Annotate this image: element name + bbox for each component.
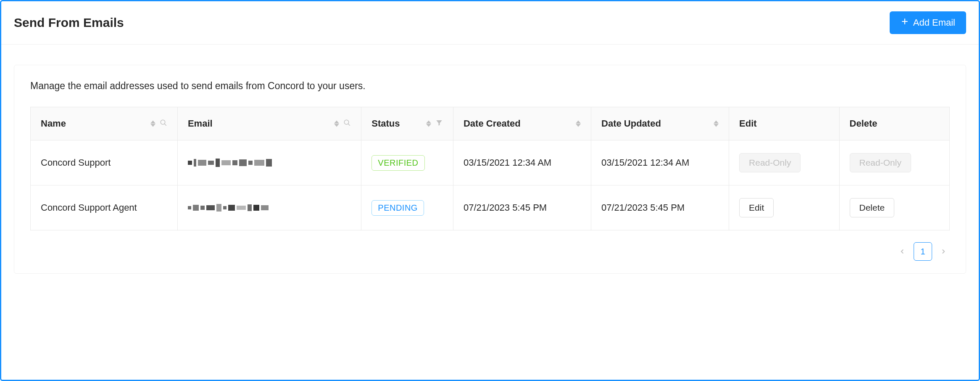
plus-icon: [901, 17, 909, 28]
column-label: Delete: [850, 118, 877, 129]
page-number-current[interactable]: 1: [914, 242, 932, 261]
column-header-date-created[interactable]: Date Created: [453, 107, 591, 140]
svg-point-8: [345, 120, 349, 124]
edit-button[interactable]: Edit: [739, 198, 774, 217]
column-header-email[interactable]: Email: [177, 107, 361, 140]
svg-line-5: [164, 124, 166, 126]
search-icon[interactable]: [343, 118, 351, 129]
sort-icon[interactable]: [150, 120, 155, 127]
svg-marker-11: [426, 124, 431, 127]
svg-line-9: [348, 124, 350, 126]
sort-icon[interactable]: [334, 120, 339, 127]
cell-email: [177, 185, 361, 230]
sort-icon[interactable]: [426, 120, 431, 127]
svg-marker-14: [714, 120, 719, 123]
description-text: Manage the email addresses used to send …: [30, 80, 950, 92]
cell-name: Concord Support: [31, 140, 178, 185]
svg-marker-7: [334, 124, 339, 127]
sort-icon[interactable]: [714, 120, 719, 127]
cell-status: PENDING: [361, 185, 453, 230]
pagination: 1: [30, 242, 950, 261]
add-email-button-label: Add Email: [913, 17, 955, 28]
delete-button-disabled: Read-Only: [850, 153, 911, 172]
column-label: Date Updated: [601, 118, 661, 129]
content-card: Manage the email addresses used to send …: [14, 65, 966, 274]
column-label: Name: [41, 118, 66, 129]
status-badge: PENDING: [371, 200, 424, 216]
cell-email: [177, 140, 361, 185]
filter-icon[interactable]: [435, 118, 443, 129]
cell-edit: Edit: [729, 185, 839, 230]
column-header-status[interactable]: Status: [361, 107, 453, 140]
sort-icon[interactable]: [576, 120, 581, 127]
add-email-button[interactable]: Add Email: [890, 11, 966, 34]
page-title: Send From Emails: [14, 16, 124, 30]
column-header-name[interactable]: Name: [31, 107, 178, 140]
cell-date-created: 07/21/2023 5:45 PM: [453, 185, 591, 230]
svg-point-4: [161, 120, 165, 124]
status-badge: VERIFIED: [371, 155, 424, 171]
svg-marker-12: [576, 120, 581, 123]
emails-table: Name Email: [30, 107, 950, 230]
table-row: Concord Support: [31, 140, 950, 185]
edit-button-disabled: Read-Only: [739, 153, 801, 172]
svg-marker-3: [150, 124, 155, 127]
redacted-email: [188, 202, 314, 213]
page-header: Send From Emails Add Email: [1, 1, 979, 45]
next-page-button[interactable]: [940, 248, 947, 255]
redacted-email: [188, 157, 314, 168]
table-row: Concord Support Agent: [31, 185, 950, 230]
cell-delete: Delete: [839, 185, 949, 230]
cell-date-created: 03/15/2021 12:34 AM: [453, 140, 591, 185]
column-label: Status: [371, 118, 400, 129]
cell-date-updated: 07/21/2023 5:45 PM: [591, 185, 729, 230]
cell-edit: Read-Only: [729, 140, 839, 185]
column-header-edit: Edit: [729, 107, 839, 140]
column-header-delete: Delete: [839, 107, 949, 140]
search-icon[interactable]: [160, 118, 167, 129]
svg-marker-15: [714, 124, 719, 127]
column-label: Date Created: [464, 118, 521, 129]
svg-marker-10: [426, 120, 431, 123]
delete-button[interactable]: Delete: [850, 198, 895, 217]
cell-name: Concord Support Agent: [31, 185, 178, 230]
cell-date-updated: 03/15/2021 12:34 AM: [591, 140, 729, 185]
column-label: Edit: [739, 118, 757, 129]
cell-status: VERIFIED: [361, 140, 453, 185]
svg-marker-13: [576, 124, 581, 127]
column-label: Email: [188, 118, 213, 129]
cell-delete: Read-Only: [839, 140, 949, 185]
svg-marker-2: [150, 120, 155, 123]
column-header-date-updated[interactable]: Date Updated: [591, 107, 729, 140]
prev-page-button[interactable]: [898, 248, 906, 255]
svg-marker-6: [334, 120, 339, 123]
